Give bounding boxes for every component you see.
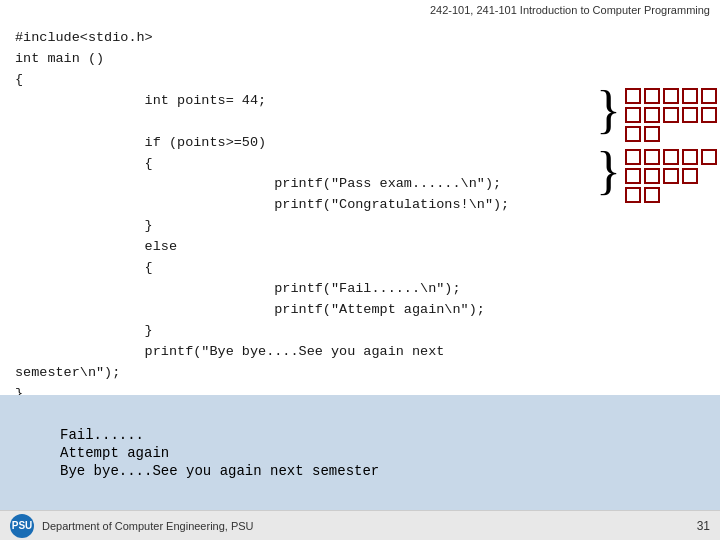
code-line10: } xyxy=(80,218,153,233)
squares-row-4 xyxy=(625,149,717,165)
open-brace-else: } xyxy=(596,145,621,197)
squares-if xyxy=(625,88,720,142)
code-line1: #include<stdio.h> xyxy=(15,30,153,45)
squares-row-5 xyxy=(625,168,717,184)
code-line14: printf("Attempt again\n"); xyxy=(145,302,485,317)
sq-18 xyxy=(701,149,717,165)
sq-23 xyxy=(625,187,641,203)
code-line17: semester\n"); xyxy=(15,365,120,380)
logo-icon: PSU xyxy=(10,514,34,538)
sq-1 xyxy=(625,88,641,104)
output-line2: Attempt again xyxy=(60,445,660,461)
code-line16: printf("Bye bye....See you again next xyxy=(80,344,445,359)
else-brace-group: } xyxy=(596,149,714,203)
code-line8: printf("Pass exam......\n"); xyxy=(145,176,501,191)
if-brace-group: } xyxy=(596,88,714,142)
sq-20 xyxy=(644,168,660,184)
code-line3: { xyxy=(15,72,23,87)
code-line13: printf("Fail......\n"); xyxy=(145,281,461,296)
sq-5 xyxy=(701,88,717,104)
code-line15: } xyxy=(80,323,153,338)
sq-14 xyxy=(625,149,641,165)
header-title: 242-101, 241-101 Introduction to Compute… xyxy=(0,0,720,20)
footer: PSU Department of Computer Engineering, … xyxy=(0,510,720,540)
squares-row-1 xyxy=(625,88,720,104)
squares-row-2 xyxy=(625,107,720,123)
sq-15 xyxy=(644,149,660,165)
code-line7: { xyxy=(80,156,153,171)
code-line2: int main () xyxy=(15,51,104,66)
footer-page: 31 xyxy=(697,519,710,533)
sq-13 xyxy=(644,126,660,142)
sq-8 xyxy=(644,107,660,123)
sq-3 xyxy=(663,88,679,104)
output-line1: Fail...... xyxy=(60,427,660,443)
sq-9 xyxy=(663,107,679,123)
output-line3: Bye bye....See you again next semester xyxy=(60,463,660,479)
output-section: Fail...... Attempt again Bye bye....See … xyxy=(0,395,720,510)
sq-10 xyxy=(682,107,698,123)
sq-24 xyxy=(644,187,660,203)
sq-11 xyxy=(701,107,717,123)
squares-else xyxy=(625,149,717,203)
course-title: 242-101, 241-101 Introduction to Compute… xyxy=(430,4,710,16)
sq-19 xyxy=(625,168,641,184)
squares-row-6 xyxy=(625,187,717,203)
squares-row-3 xyxy=(625,126,720,142)
code-line9: printf("Congratulations!\n"); xyxy=(145,197,510,212)
sq-2 xyxy=(644,88,660,104)
code-line11: else xyxy=(80,239,177,254)
code-line12: { xyxy=(80,260,153,275)
sq-4 xyxy=(682,88,698,104)
sq-16 xyxy=(663,149,679,165)
sq-7 xyxy=(625,107,641,123)
sq-22 xyxy=(682,168,698,184)
footer-dept: Department of Computer Engineering, PSU xyxy=(42,520,254,532)
open-brace-if: } xyxy=(596,84,621,136)
code-line6: if (points>=50) xyxy=(80,135,266,150)
sq-21 xyxy=(663,168,679,184)
sq-17 xyxy=(682,149,698,165)
sq-12 xyxy=(625,126,641,142)
code-line4: int points= 44; xyxy=(80,93,266,108)
